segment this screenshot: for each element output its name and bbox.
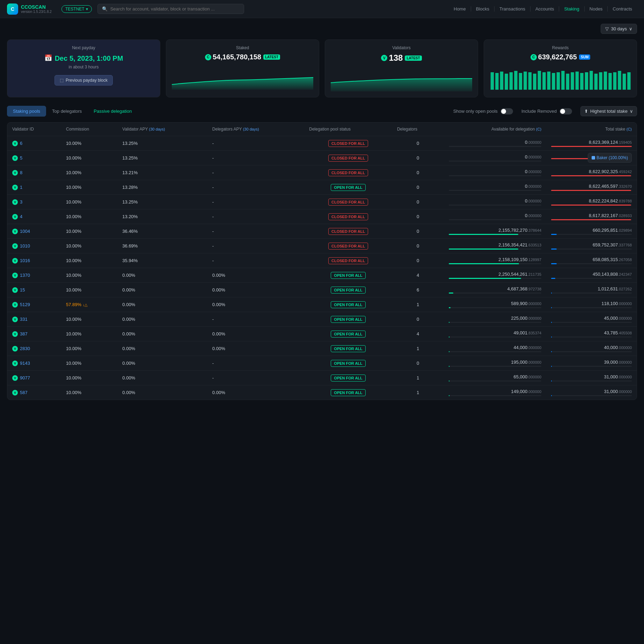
pool-status-cell: OPEN FOR ALL	[304, 312, 392, 327]
validator-id-link[interactable]: 15	[20, 287, 25, 293]
validator-id-link[interactable]: 1	[20, 185, 22, 190]
validator-id-link[interactable]: 387	[20, 331, 28, 336]
validator-id-link[interactable]: 1016	[20, 258, 30, 263]
tab-staking-pools[interactable]: Staking pools	[7, 106, 46, 117]
validator-id-link[interactable]: 2830	[20, 346, 30, 351]
available-cell: 65,000.000000	[444, 371, 547, 385]
commission-value: 10.00%	[66, 287, 81, 293]
sort-select[interactable]: ⬆ Highest total stake ∨	[580, 106, 637, 116]
nav-staking[interactable]: Staking	[559, 6, 584, 12]
table-row: V38710.00%0.00%0.00%OPEN FOR ALL4 49,001…	[7, 327, 637, 341]
validator-id-link[interactable]: 8	[20, 170, 22, 175]
concordium-icon: C	[205, 54, 211, 60]
delegators-count-cell: 0	[392, 151, 444, 165]
validator-id-link[interactable]: 331	[20, 317, 28, 322]
total-stake-cell: 31,000.000000	[546, 371, 637, 385]
total-stake-bar	[551, 322, 632, 323]
available-cell: 0.000000	[444, 180, 547, 195]
validator-id-link[interactable]: 3	[20, 199, 22, 205]
table-row: V610.00%13.25%-CLOSED FOR ALL0 0.000000 …	[7, 136, 637, 151]
status-badge: OPEN FOR ALL	[331, 184, 365, 191]
validator-id-link[interactable]: 9077	[20, 375, 30, 380]
nav-blocks[interactable]: Blocks	[471, 6, 495, 12]
svg-rect-23	[599, 72, 602, 90]
commission-cell: 10.00%	[61, 151, 117, 165]
validator-id-link[interactable]: 5129	[20, 302, 30, 307]
pool-status-cell: CLOSED FOR ALL	[304, 165, 392, 180]
validator-id-link[interactable]: 1004	[20, 229, 30, 234]
validator-id-link[interactable]: 5	[20, 155, 22, 161]
total-stake-value: 660,295,851.029894	[551, 228, 632, 233]
validator-v-icon: V	[12, 155, 18, 161]
delegators-count-cell: 0	[392, 180, 444, 195]
validator-id-link[interactable]: 6	[20, 141, 22, 146]
total-stake-bar	[551, 205, 632, 206]
commission-cell: 10.00%	[61, 136, 117, 151]
available-bar	[449, 366, 542, 367]
validator-id-link[interactable]: 4	[20, 214, 22, 219]
tab-passive-delegation[interactable]: Passive delegation	[88, 106, 138, 117]
validator-v-icon: V	[12, 361, 18, 366]
total-stake-value: 659,752,307.337768	[551, 242, 632, 247]
validator-apy-cell: 36.46%	[117, 224, 207, 239]
commission-cell: 10.00%	[61, 180, 117, 195]
th-validator-id: Validator ID	[7, 123, 61, 136]
validator-id-link[interactable]: 9143	[20, 361, 30, 366]
total-stake-cell: 8,623,369,124.159405 Baker (100.00%)	[546, 136, 637, 151]
total-stake-value: 40,000.000000	[551, 345, 632, 350]
validator-id-link[interactable]: 1010	[20, 243, 30, 249]
svg-rect-12	[547, 72, 550, 90]
available-bar	[449, 175, 542, 176]
validator-apy-cell: 13.25%	[117, 151, 207, 165]
prev-payday-btn[interactable]: ⬚ Previous payday block	[54, 75, 113, 86]
validator-apy-cell: 0.00%	[117, 341, 207, 356]
total-stake-cell: 40,000.000000	[546, 341, 637, 356]
svg-rect-9	[533, 74, 536, 90]
svg-rect-26	[613, 72, 616, 90]
commission-value: 10.00%	[66, 155, 81, 161]
validators-value: 138	[389, 53, 403, 63]
validator-id-link[interactable]: 1370	[20, 273, 30, 278]
network-badge[interactable]: TESTNET ▾	[61, 5, 92, 13]
pool-status-cell: OPEN FOR ALL	[304, 180, 392, 195]
include-removed-toggle[interactable]	[559, 108, 572, 114]
status-badge: OPEN FOR ALL	[331, 287, 365, 294]
total-stake-bar	[551, 293, 632, 294]
validator-id-link[interactable]: 587	[20, 390, 28, 395]
period-filter-btn[interactable]: ▽ 30 days ∨	[601, 24, 637, 34]
nav-nodes[interactable]: Nodes	[585, 6, 608, 12]
validator-apy-cell: 0.00%	[117, 297, 207, 312]
commission-cell: 10.00%	[61, 356, 117, 371]
filter-row: ▽ 30 days ∨	[7, 24, 637, 34]
available-value: 2,155,782,270.378644	[449, 228, 542, 233]
delegators-count-cell: 1	[392, 371, 444, 385]
validator-v-icon: V	[12, 287, 18, 293]
total-stake-value: 31,000.000000	[551, 374, 632, 379]
th-validator-apy: Validator APY (30 days)	[117, 123, 207, 136]
payday-date: Dec 5, 2023, 1:00 PM	[55, 54, 123, 62]
show-open-pools-toggle[interactable]	[500, 108, 513, 114]
nav-transactions[interactable]: Transactions	[495, 6, 530, 12]
svg-rect-2	[500, 72, 503, 90]
available-value: 589,900.000000	[449, 301, 542, 306]
nav-accounts[interactable]: Accounts	[530, 6, 559, 12]
total-stake-cell: 450,143,808.242347	[546, 268, 637, 283]
validator-v-icon: V	[12, 214, 18, 220]
validator-id-cell: V1010	[7, 239, 61, 253]
tab-top-delegators[interactable]: Top delegators	[46, 106, 88, 117]
delegators-apy-cell: 0.00%	[207, 268, 304, 283]
available-bar	[449, 205, 542, 206]
commission-value: 10.00%	[66, 390, 81, 395]
pool-status-cell: OPEN FOR ALL	[304, 297, 392, 312]
nav-contracts[interactable]: Contracts	[608, 6, 637, 12]
search-input[interactable]	[110, 6, 240, 12]
commission-cell: 10.00%	[61, 253, 117, 268]
delegators-apy-cell: -	[207, 253, 304, 268]
pool-status-cell: OPEN FOR ALL	[304, 283, 392, 297]
nav-home[interactable]: Home	[449, 6, 471, 12]
commission-value: 10.00%	[66, 243, 81, 249]
svg-rect-29	[627, 72, 630, 90]
table-row: V1510.00%0.00%0.00%OPEN FOR ALL6 4,687,3…	[7, 283, 637, 297]
available-bar	[449, 249, 542, 250]
available-value: 195,000.000000	[449, 360, 542, 365]
